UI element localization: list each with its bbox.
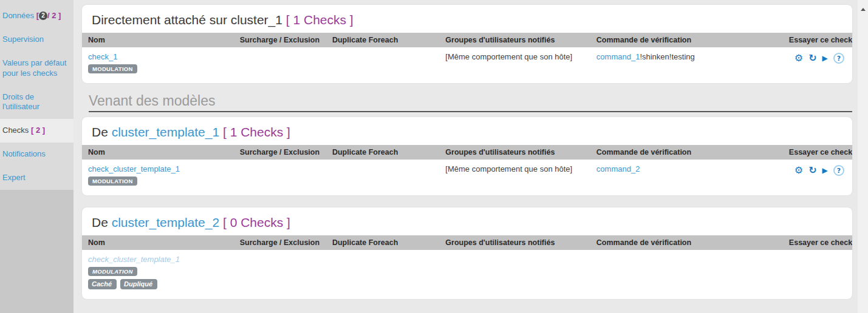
cell-actions: ⚙↻▶? bbox=[783, 160, 852, 195]
table-header-row: Nom Surcharge / Exclusion Duplicate Fore… bbox=[82, 145, 852, 160]
checks-table-template-1: Nom Surcharge / Exclusion Duplicate Fore… bbox=[82, 145, 852, 195]
sidebar: Données [2/ 2 ] Supervision Valeurs par … bbox=[0, 0, 73, 313]
checks-table-direct: Nom Surcharge / Exclusion Duplicate Fore… bbox=[82, 33, 852, 83]
command-link[interactable]: command_1 bbox=[596, 52, 640, 61]
sidebar-item-label: Notifications bbox=[2, 149, 46, 158]
main-content: Directement attaché sur cluster_1 [ 1 Ch… bbox=[73, 0, 858, 313]
card-direct-checks: Directement attaché sur cluster_1 [ 1 Ch… bbox=[82, 5, 852, 83]
card-title-count: [ 1 Checks ] bbox=[286, 13, 354, 27]
sync-icon[interactable]: ↻ bbox=[808, 164, 816, 176]
check-link[interactable]: check_cluster_template_1 bbox=[88, 164, 180, 173]
card-template-1: De cluster_template_1 [ 1 Checks ] Nom S… bbox=[82, 117, 852, 195]
sidebar-item-expert[interactable]: Expert bbox=[0, 166, 73, 190]
cell-duplicate bbox=[326, 250, 439, 299]
column-header-groupes: Groupes d'utilisateurs notifiés bbox=[439, 145, 590, 160]
sidebar-item-notifications[interactable]: Notifications bbox=[0, 143, 73, 166]
card-title-prefix: De bbox=[92, 125, 108, 139]
column-header-commande: Commande de vérification bbox=[590, 145, 783, 160]
help-icon[interactable]: ? bbox=[833, 165, 844, 176]
column-header-nom: Nom bbox=[82, 235, 234, 250]
sidebar-menu: Données [2/ 2 ] Supervision Valeurs par … bbox=[0, 0, 73, 190]
cell-name: check_cluster_template_1 MODULATION Cach… bbox=[82, 250, 234, 299]
card-title: De cluster_template_1 [ 1 Checks ] bbox=[82, 117, 852, 145]
cache-tag: Caché bbox=[88, 279, 117, 289]
column-header-essayer: Essayer ce check bbox=[783, 235, 852, 250]
card-title: Directement attaché sur cluster_1 [ 1 Ch… bbox=[82, 5, 852, 33]
modulation-badge: MODULATION bbox=[88, 267, 137, 276]
column-header-nom: Nom bbox=[82, 33, 234, 47]
check-link[interactable]: check_cluster_template_1 bbox=[88, 255, 180, 264]
table-row: check_1 MODULATION [Même comportement qu… bbox=[82, 47, 852, 83]
cell-surcharge bbox=[234, 250, 326, 299]
play-icon[interactable]: ▶ bbox=[822, 166, 828, 175]
column-header-groupes: Groupes d'utilisateurs notifiés bbox=[439, 33, 590, 47]
card-title-prefix: De bbox=[92, 215, 108, 229]
table-header-row: Nom Surcharge / Exclusion Duplicate Fore… bbox=[82, 33, 852, 47]
column-header-surcharge: Surcharge / Exclusion bbox=[234, 33, 326, 47]
column-header-commande: Commande de vérification bbox=[590, 235, 783, 250]
sidebar-item-count: [ 2 ] bbox=[31, 126, 45, 135]
table-row: check_cluster_template_1 MODULATION [Mêm… bbox=[82, 160, 852, 195]
duplique-tag: Dupliqué bbox=[120, 279, 157, 289]
gear-icon[interactable]: ⚙ bbox=[795, 52, 803, 64]
cell-groups: [Même comportement que son hôte] bbox=[439, 160, 590, 195]
sidebar-item-supervision[interactable]: Supervision bbox=[0, 28, 73, 52]
card-title: De cluster_template_2 [ 0 Checks ] bbox=[82, 207, 852, 235]
check-link[interactable]: check_1 bbox=[88, 52, 117, 61]
modulation-badge: MODULATION bbox=[88, 64, 137, 73]
count-badge: 2 bbox=[39, 12, 47, 20]
checks-table-template-2: Nom Surcharge / Exclusion Duplicate Fore… bbox=[82, 235, 852, 299]
card-template-2: De cluster_template_2 [ 0 Checks ] Nom S… bbox=[82, 207, 852, 299]
table-row-hidden: check_cluster_template_1 MODULATION Cach… bbox=[82, 250, 852, 299]
cell-command bbox=[590, 250, 783, 299]
column-header-duplicate: Duplicate Foreach bbox=[326, 33, 439, 47]
command-args: !shinken!testing bbox=[640, 52, 694, 61]
column-header-nom: Nom bbox=[82, 145, 234, 160]
sidebar-item-label: Droits de l'utilisateur bbox=[2, 92, 39, 112]
templates-section-heading: Venant des modèles bbox=[89, 93, 852, 112]
sync-icon[interactable]: ↻ bbox=[808, 52, 816, 64]
column-header-surcharge: Surcharge / Exclusion bbox=[234, 235, 326, 250]
modulation-badge: MODULATION bbox=[88, 177, 137, 186]
sidebar-item-valeurs-par-defaut[interactable]: Valeurs par défaut pour les checks bbox=[0, 52, 73, 86]
column-header-essayer: Essayer ce check bbox=[783, 33, 852, 47]
cell-name: check_1 MODULATION bbox=[82, 47, 234, 83]
column-header-commande: Commande de vérification bbox=[590, 33, 783, 47]
scroll-up-arrow-icon[interactable] bbox=[861, 8, 866, 11]
sidebar-item-checks[interactable]: Checks [ 2 ] bbox=[0, 119, 73, 143]
vertical-scrollbar[interactable] bbox=[858, 0, 868, 313]
sidebar-item-droits-utilisateur[interactable]: Droits de l'utilisateur bbox=[0, 86, 73, 119]
column-header-duplicate: Duplicate Foreach bbox=[326, 235, 439, 250]
sidebar-item-label: Valeurs par défaut pour les checks bbox=[2, 58, 66, 78]
sidebar-item-label: Checks bbox=[2, 126, 29, 135]
cell-surcharge bbox=[234, 47, 326, 83]
card-title-count: [ 1 Checks ] bbox=[223, 125, 290, 139]
column-header-surcharge: Surcharge / Exclusion bbox=[234, 145, 326, 160]
table-header-row: Nom Surcharge / Exclusion Duplicate Fore… bbox=[82, 235, 852, 250]
cell-surcharge bbox=[234, 160, 326, 195]
cell-actions: ⚙↻▶? bbox=[783, 47, 852, 83]
bracket-rest: / 2 ] bbox=[47, 11, 61, 20]
gear-icon[interactable]: ⚙ bbox=[795, 164, 803, 176]
sidebar-item-count: [2/ 2 ] bbox=[36, 11, 61, 20]
template-link[interactable]: cluster_template_1 bbox=[112, 125, 219, 139]
help-icon[interactable]: ? bbox=[833, 53, 844, 64]
cell-duplicate bbox=[326, 160, 439, 195]
command-link[interactable]: command_2 bbox=[596, 164, 640, 173]
card-title-count: [ 0 Checks ] bbox=[223, 215, 290, 229]
card-title-text: Directement attaché sur cluster_1 bbox=[92, 13, 282, 27]
sidebar-item-label: Supervision bbox=[2, 35, 44, 44]
template-link[interactable]: cluster_template_2 bbox=[112, 215, 219, 229]
column-header-groupes: Groupes d'utilisateurs notifiés bbox=[439, 235, 590, 250]
cell-name: check_cluster_template_1 MODULATION bbox=[82, 160, 234, 195]
play-icon[interactable]: ▶ bbox=[822, 54, 828, 62]
cell-command: command_1!shinken!testing bbox=[590, 47, 783, 83]
sidebar-item-donnees[interactable]: Données [2/ 2 ] bbox=[0, 4, 73, 28]
column-header-essayer: Essayer ce check bbox=[783, 145, 852, 160]
cell-groups bbox=[439, 250, 590, 299]
cell-duplicate bbox=[326, 47, 439, 83]
cell-actions bbox=[783, 250, 852, 299]
cell-command: command_2 bbox=[590, 160, 783, 195]
sidebar-item-label: Expert bbox=[2, 173, 26, 182]
cell-groups: [Même comportement que son hôte] bbox=[439, 47, 590, 83]
